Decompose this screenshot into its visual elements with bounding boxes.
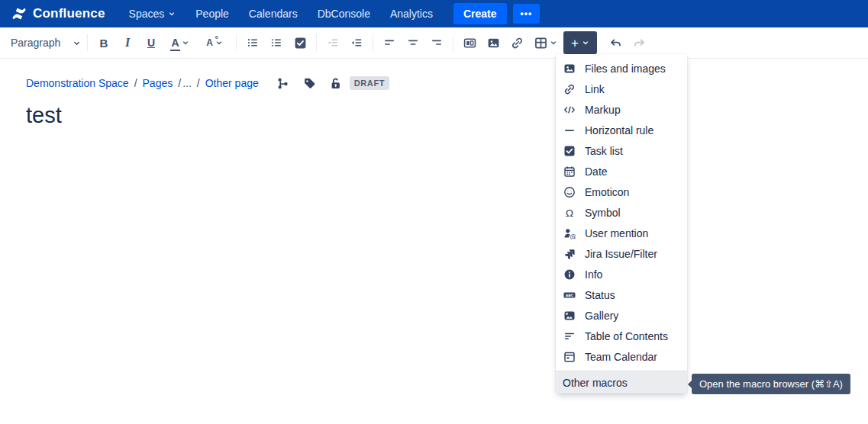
toolbar-divider (236, 34, 237, 51)
chevron-down-icon (73, 39, 81, 47)
insert-image-button[interactable] (482, 31, 505, 54)
menu-item-jira-issue-filter[interactable]: Jira Issue/Filter (556, 243, 687, 264)
breadcrumb-link[interactable]: Demonstration Space (26, 77, 129, 89)
nav-item-label: Calendars (249, 8, 298, 20)
undo-icon (609, 37, 622, 50)
create-button[interactable]: Create (453, 3, 507, 24)
brand-name: Confluence (33, 6, 105, 21)
nav-more-button[interactable]: ••• (513, 4, 540, 24)
nav-item-calendars[interactable]: Calendars (239, 0, 308, 27)
labels-tag-icon[interactable] (303, 77, 316, 90)
more-formatting-button[interactable]: A (198, 31, 231, 54)
menu-item-label: Files and images (585, 63, 666, 75)
table-icon (534, 37, 547, 50)
svg-text:Ω: Ω (566, 207, 573, 218)
unlock-icon[interactable] (329, 77, 342, 90)
link-icon (511, 37, 524, 50)
menu-item-label: Table of Contents (585, 330, 668, 342)
insert-menu: Files and imagesLinkMarkupHorizontal rul… (556, 54, 687, 393)
task-list-icon (563, 145, 576, 157)
paragraph-style-select[interactable]: Paragraph (9, 31, 82, 54)
menu-item-table-of-contents[interactable]: Table of Contents (556, 326, 687, 346)
menu-item-other-macros[interactable]: Other macros (556, 371, 687, 393)
bullet-list-button[interactable] (241, 31, 264, 54)
page-tree-icon[interactable] (277, 77, 290, 90)
outdent-button[interactable] (321, 31, 344, 54)
undo-button[interactable] (604, 31, 627, 54)
menu-item-markup[interactable]: Markup (556, 99, 687, 120)
redo-icon (633, 37, 646, 50)
bold-button[interactable]: B (92, 31, 115, 54)
menu-item-label: Horizontal rule (585, 124, 653, 137)
align-right-button[interactable] (425, 31, 448, 54)
align-left-icon (383, 37, 395, 49)
menu-item-info[interactable]: Info (556, 264, 687, 284)
breadcrumb-separator: / (197, 77, 200, 89)
menu-item-team-calendar[interactable]: Team Calendar (556, 346, 687, 367)
menu-item-date[interactable]: Date (556, 161, 687, 181)
editor-body[interactable] (26, 128, 868, 357)
date-icon (563, 165, 576, 178)
nav-item-people[interactable]: People (186, 0, 239, 27)
page-layout-button[interactable] (458, 31, 481, 54)
indent-icon (350, 37, 363, 49)
nav-item-label: Analytics (390, 8, 433, 20)
menu-item-horizontal-rule[interactable]: Horizontal rule (556, 120, 687, 140)
user-mention-icon: @ (563, 227, 576, 239)
insert-menu-items: Files and imagesLinkMarkupHorizontal rul… (556, 58, 687, 367)
nav-item-label: People (195, 8, 229, 20)
menu-item-files-and-images[interactable]: Files and images (556, 58, 687, 79)
align-right-icon (431, 37, 443, 49)
symbol-icon: Ω (563, 207, 576, 219)
task-checkbox-icon (294, 37, 307, 50)
nav-item-spaces[interactable]: Spaces (119, 0, 186, 27)
page-title[interactable]: test (26, 103, 868, 128)
menu-item-user-mention[interactable]: @User mention (556, 223, 687, 243)
nav-item-analytics[interactable]: Analytics (380, 0, 443, 27)
task-list-button[interactable] (289, 31, 311, 54)
page-layout-icon (463, 37, 476, 50)
nav-item-dbconsole[interactable]: DbConsole (308, 0, 380, 27)
italic-button[interactable]: I (116, 31, 139, 54)
breadcrumb-segments: Demonstration Space/Pages/.../Other page (26, 77, 259, 89)
redo-button[interactable] (628, 31, 650, 54)
toolbar-divider (453, 34, 453, 51)
breadcrumb-ellipsis[interactable]: ... (182, 77, 192, 89)
menu-item-task-list[interactable]: Task list (556, 140, 687, 161)
nav-item-label: Spaces (129, 8, 165, 20)
menu-item-label: Date (585, 165, 608, 178)
editor-toolbar: Paragraph B I U A A (0, 27, 868, 59)
chevron-down-icon (182, 39, 189, 47)
align-left-button[interactable] (378, 31, 401, 54)
markup-icon (563, 104, 576, 116)
editor-content[interactable]: Demonstration Space/Pages/.../Other page… (0, 59, 868, 357)
menu-item-emoticon[interactable]: Emoticon (556, 181, 687, 202)
menu-item-gallery[interactable]: Gallery (556, 305, 687, 326)
menu-item-label: Gallery (585, 310, 618, 322)
nav-item-label: DbConsole (318, 8, 370, 20)
chevron-down-icon (168, 10, 176, 18)
text-color-button[interactable]: A (163, 31, 197, 54)
image-icon (487, 37, 500, 50)
menu-item-status[interactable]: ABCStatus (556, 284, 687, 305)
menu-item-link[interactable]: Link (556, 79, 687, 99)
numbered-list-button[interactable] (265, 31, 288, 54)
confluence-logo[interactable]: Confluence (11, 5, 105, 22)
menu-item-symbol[interactable]: ΩSymbol (556, 202, 687, 223)
breadcrumb-link[interactable]: Pages (143, 77, 173, 89)
menu-item-label: Markup (585, 104, 621, 116)
underline-button[interactable]: U (140, 31, 163, 54)
emoticon-icon (563, 186, 576, 198)
link-icon (563, 83, 576, 95)
insert-more-content-button[interactable]: + (563, 31, 597, 54)
confluence-mark-icon (11, 5, 27, 22)
menu-item-label: Symbol (585, 207, 621, 219)
insert-table-button[interactable] (529, 31, 563, 54)
indent-button[interactable] (345, 31, 368, 54)
menu-item-label: Emoticon (585, 186, 629, 198)
menu-item-label: Info (585, 268, 602, 281)
menu-item-label: Link (585, 83, 605, 95)
breadcrumb-link[interactable]: Other page (205, 77, 259, 89)
insert-link-button[interactable] (505, 31, 528, 54)
align-center-button[interactable] (402, 31, 424, 54)
